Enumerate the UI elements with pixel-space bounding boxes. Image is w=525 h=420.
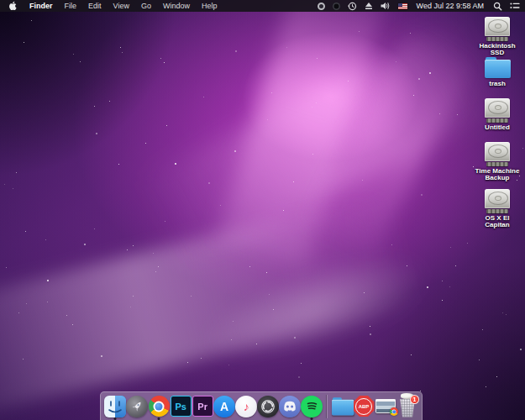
apple-logo-icon — [8, 1, 17, 11]
star — [273, 309, 274, 310]
star — [234, 150, 236, 152]
star — [396, 61, 396, 62]
star — [4, 184, 5, 185]
dock-item-obs[interactable] — [257, 393, 279, 420]
star — [84, 244, 86, 245]
time-machine-icon[interactable] — [348, 0, 357, 12]
hard-drive-icon — [484, 142, 511, 166]
aperture-ring-icon[interactable] — [318, 0, 325, 12]
menu-go[interactable]: Go — [135, 0, 157, 12]
desktop-icon-label: Time Machine Backup — [472, 168, 522, 181]
star — [266, 272, 267, 273]
star — [418, 78, 420, 80]
star — [502, 312, 503, 313]
hard-drive-icon — [484, 17, 511, 41]
dock-item-chrome[interactable] — [148, 393, 170, 420]
record-disc-icon[interactable] — [333, 0, 340, 12]
star — [45, 239, 46, 240]
dock-item-itunes[interactable]: ♪ — [235, 393, 257, 420]
apple-menu[interactable] — [7, 0, 24, 12]
menu-view[interactable]: View — [108, 0, 135, 12]
desktop-icon-trash-folder[interactable]: trash — [472, 56, 522, 87]
star — [413, 95, 414, 96]
menu-file[interactable]: File — [59, 0, 83, 12]
spotlight-icon[interactable] — [493, 0, 502, 12]
folder-icon — [485, 60, 511, 79]
star — [94, 228, 95, 229]
dock: Ps Pr A ♪ ABP — [100, 391, 423, 420]
minimized-window-thumbnail — [375, 399, 396, 413]
dock-item-discord[interactable] — [279, 393, 301, 420]
star — [47, 280, 49, 281]
eject-icon[interactable] — [365, 0, 373, 12]
star — [317, 58, 318, 59]
star — [271, 92, 272, 93]
desktop-icon-os-x-el-capitan[interactable]: OS X El Capitan — [472, 189, 522, 228]
dock-item-app-store[interactable]: A — [213, 393, 235, 420]
star — [166, 125, 167, 126]
menu-help[interactable]: Help — [196, 0, 223, 12]
star — [158, 266, 159, 267]
discord-icon — [279, 396, 301, 417]
star — [370, 333, 371, 335]
menu-window[interactable]: Window — [157, 0, 196, 12]
star — [18, 312, 19, 313]
star — [235, 50, 237, 52]
finder-icon — [104, 396, 126, 417]
desktop-icon-time-machine-backup[interactable]: Time Machine Backup — [472, 142, 522, 181]
star — [411, 354, 412, 355]
star — [286, 47, 287, 48]
star — [520, 349, 522, 350]
desktop-icon-label: Untitled — [485, 124, 510, 131]
desktop-icon-label: Hackintosh SSD — [472, 43, 522, 56]
star — [80, 61, 81, 62]
keyboard-flag-us-icon[interactable] — [398, 0, 407, 12]
star — [130, 307, 131, 307]
star — [127, 249, 128, 250]
star — [96, 133, 97, 134]
desktop-icon-hackintosh-ssd[interactable]: Hackintosh SSD — [472, 17, 522, 56]
dock-item-minimized-chrome-window[interactable] — [375, 393, 396, 420]
star — [133, 296, 134, 297]
dock-item-premiere[interactable]: Pr — [192, 393, 213, 420]
photoshop-icon: Ps — [171, 396, 192, 417]
star — [153, 253, 154, 254]
star — [203, 97, 204, 97]
dock-item-launchpad[interactable] — [126, 393, 148, 420]
star — [496, 376, 497, 377]
star — [231, 339, 232, 340]
dock-separator — [323, 393, 330, 420]
star — [482, 329, 483, 330]
star — [23, 359, 24, 360]
star — [457, 114, 458, 115]
dock-item-spotify[interactable] — [301, 393, 323, 420]
dock-item-adblock-plus[interactable]: ABP — [353, 393, 375, 420]
star — [506, 314, 507, 315]
star — [164, 62, 165, 63]
star — [120, 47, 121, 48]
menu-finder[interactable]: Finder — [24, 0, 59, 12]
star — [6, 267, 7, 268]
volume-icon[interactable] — [381, 0, 391, 12]
menu-edit[interactable]: Edit — [82, 0, 108, 12]
notification-center-icon[interactable] — [510, 0, 520, 12]
star — [233, 321, 234, 322]
star — [208, 182, 210, 184]
star — [122, 52, 123, 53]
chrome-icon — [149, 396, 170, 417]
menu-bar-clock[interactable]: Wed Jul 22 9:58 AM — [415, 2, 486, 10]
star — [391, 244, 392, 245]
dock-item-finder[interactable] — [104, 393, 126, 420]
star — [133, 245, 134, 246]
dock-item-photoshop[interactable]: Ps — [170, 393, 192, 420]
dock-item-trash[interactable]: 1 — [396, 393, 418, 420]
desktop-icon-label: OS X El Capitan — [472, 215, 522, 228]
star — [312, 107, 312, 108]
star — [101, 355, 102, 357]
desktop-icon-untitled[interactable]: Untitled — [472, 98, 522, 131]
premiere-icon: Pr — [192, 396, 213, 417]
star — [269, 294, 270, 295]
dock-item-documents-folder[interactable] — [330, 393, 353, 420]
star — [191, 296, 192, 297]
star — [316, 102, 317, 103]
